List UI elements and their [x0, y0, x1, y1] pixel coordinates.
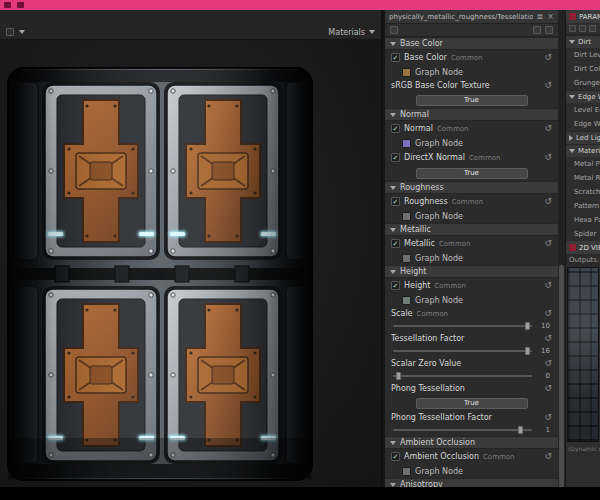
pin-icon[interactable] — [579, 25, 586, 32]
lock-icon[interactable] — [390, 26, 398, 34]
materials-dropdown[interactable]: Materials — [328, 28, 375, 37]
slider-handle[interactable] — [525, 347, 530, 355]
reset-icon[interactable]: ↺ — [544, 452, 552, 461]
app-logo-icon[interactable] — [4, 2, 11, 8]
scrollbar-handle[interactable] — [559, 265, 564, 490]
view2d-title: 2D VIE — [579, 244, 600, 252]
normal-checkbox[interactable]: ✓ — [391, 124, 400, 133]
rp-section-edge-wear[interactable]: Edge Wea — [566, 90, 600, 103]
section-height[interactable]: Height — [385, 265, 558, 278]
graph-node-chip[interactable]: Graph Node — [385, 209, 558, 223]
slider-track[interactable] — [393, 325, 532, 327]
reset-icon[interactable]: ↺ — [544, 309, 552, 318]
chevron-down-icon — [390, 186, 396, 190]
reset-icon[interactable]: ↺ — [544, 124, 552, 133]
section-title: Height — [400, 267, 426, 276]
view2d-header[interactable]: 2D VIE — [566, 241, 600, 254]
height-checkbox[interactable]: ✓ — [391, 281, 400, 290]
graph-node-chip[interactable]: Graph Node — [385, 293, 558, 307]
chevron-right-icon — [569, 135, 573, 141]
scale-row: Scale Common ↺ — [385, 307, 558, 320]
lock-icon[interactable] — [569, 25, 576, 32]
section-title: Metallic — [400, 225, 431, 234]
param-tag: Common — [437, 125, 469, 133]
slider-handle[interactable] — [396, 372, 401, 380]
rp-section-led-lights[interactable]: Led Light — [566, 131, 600, 144]
rp-item[interactable]: Edge We — [566, 117, 600, 131]
section-normal[interactable]: Normal — [385, 108, 558, 121]
viewport-menu-chevron-icon[interactable] — [19, 30, 25, 34]
rp-item[interactable]: Pattern — [566, 199, 600, 213]
properties-title: physically_metallic_roughness/Tessellati… — [389, 13, 533, 21]
roughness-checkbox[interactable]: ✓ — [391, 197, 400, 206]
slider-track[interactable] — [393, 375, 532, 377]
panel-menu-icon[interactable]: ≣ — [537, 13, 544, 21]
tessellation-factor-slider[interactable]: 16 — [385, 345, 558, 357]
slider-handle[interactable] — [518, 426, 523, 434]
reset-icon[interactable]: ↺ — [544, 239, 552, 248]
outputs-dropdown[interactable]: Outputs: — [566, 254, 600, 266]
phong-true-button[interactable]: True — [416, 398, 528, 409]
reset-icon[interactable]: ↺ — [544, 384, 552, 393]
grid-view-icon[interactable] — [533, 26, 541, 34]
viewport-3d[interactable]: Materials — [0, 10, 383, 487]
rp-item[interactable]: Spider — [566, 227, 600, 241]
window-menu-icon[interactable] — [17, 2, 24, 8]
reset-icon[interactable]: ↺ — [544, 281, 552, 290]
rp-item[interactable]: Metal Pa — [566, 157, 600, 171]
chevron-down-icon — [369, 30, 375, 34]
phong-factor-slider[interactable]: 1 — [385, 424, 558, 436]
section-roughness[interactable]: Roughness — [385, 181, 558, 194]
srgb-true-button[interactable]: True — [416, 95, 528, 106]
slider-track[interactable] — [393, 350, 532, 352]
rp-item[interactable]: Grunge — [566, 76, 600, 90]
scalar-zero-slider[interactable]: 0 — [385, 370, 558, 382]
slider-track[interactable] — [393, 429, 532, 431]
rp-item[interactable]: Dirt Col — [566, 62, 600, 76]
section-base-color[interactable]: Base Color — [385, 37, 558, 50]
reset-icon[interactable]: ↺ — [544, 334, 552, 343]
section-metallic[interactable]: Metallic — [385, 223, 558, 236]
filter-icon[interactable] — [545, 26, 553, 34]
rp-item[interactable]: Metal Ro — [566, 171, 600, 185]
rp-item[interactable]: Hexa Pa — [566, 213, 600, 227]
graph-node-chip[interactable]: Graph Node — [385, 136, 558, 150]
ao-checkbox[interactable]: ✓ — [391, 452, 400, 461]
texture-2d-preview[interactable] — [567, 267, 599, 442]
rp-item[interactable]: Level Ed — [566, 103, 600, 117]
directx-normal-checkbox[interactable]: ✓ — [391, 153, 400, 162]
slider-handle[interactable] — [525, 322, 530, 330]
base-color-checkbox[interactable]: ✓ — [391, 53, 400, 62]
graph-node-chip[interactable]: Graph Node — [385, 65, 558, 79]
param-name: Height — [404, 281, 430, 290]
section-ambient-occlusion[interactable]: Ambient Occlusion — [385, 436, 558, 449]
directx-true-button[interactable]: True — [416, 168, 528, 179]
rp-item[interactable]: Scratch — [566, 185, 600, 199]
settings-icon[interactable] — [589, 25, 596, 32]
parameters-panel-icon — [569, 13, 576, 20]
properties-scrollbar[interactable] — [558, 10, 565, 487]
viewport-canvas[interactable] — [0, 40, 383, 487]
reset-icon[interactable]: ↺ — [544, 413, 552, 422]
section-anisotropy[interactable]: Anisotropy — [385, 478, 558, 487]
viewport-display-icon[interactable] — [6, 28, 14, 36]
item-label: Level Ed — [574, 106, 600, 114]
properties-panel: physically_metallic_roughness/Tessellati… — [385, 10, 558, 487]
viewport-toolbar: Materials — [0, 10, 381, 40]
scale-slider[interactable]: 10 — [385, 320, 558, 332]
reset-icon[interactable]: ↺ — [544, 53, 552, 62]
graph-node-chip[interactable]: Graph Node — [385, 464, 558, 478]
reset-icon[interactable]: ↺ — [544, 197, 552, 206]
param-name: DirectX Normal — [404, 153, 465, 162]
reset-icon[interactable]: ↺ — [544, 81, 552, 90]
item-label: Scratch — [574, 188, 600, 196]
metallic-checkbox[interactable]: ✓ — [391, 239, 400, 248]
reset-icon[interactable]: ↺ — [544, 359, 552, 368]
rp-section-material[interactable]: Material C — [566, 144, 600, 157]
graph-node-chip[interactable]: Graph Node — [385, 251, 558, 265]
rp-section-dirt[interactable]: Dirt — [566, 35, 600, 48]
reset-icon[interactable]: ↺ — [544, 153, 552, 162]
phong-tessellation-row: Phong Tessellation ↺ — [385, 382, 558, 395]
rp-item[interactable]: Dirt Lev — [566, 48, 600, 62]
panel-close-icon[interactable]: × — [547, 13, 554, 21]
